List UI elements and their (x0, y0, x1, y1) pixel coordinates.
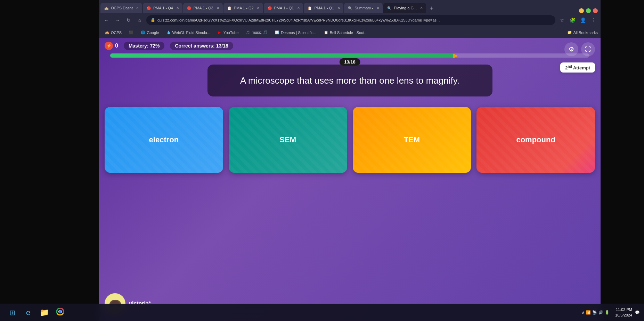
address-bar[interactable]: 🔒 quizizz.com/join/game/U2FsdGVkX1%252FX… (146, 15, 555, 25)
tab-close-pma1q4[interactable]: × (177, 6, 179, 10)
new-tab-button[interactable]: + (427, 3, 437, 13)
bookmark-ocps-label: OCPS (111, 31, 122, 35)
answer-button-c[interactable]: TEM (353, 107, 471, 173)
close-button[interactable] (593, 8, 598, 13)
folder-icon: 📁 (567, 30, 572, 35)
side-right-panel (601, 0, 644, 321)
bookmark-grid[interactable]: ⬛ (126, 29, 136, 36)
answer-button-d[interactable]: compound (476, 107, 595, 173)
answer-button-a[interactable]: electron (105, 107, 223, 173)
progress-arrow: ▶ (453, 52, 458, 59)
tab-close-pma1q1b[interactable]: × (337, 6, 340, 10)
extension-button[interactable]: 🧩 (568, 16, 577, 25)
tab-close-summary[interactable]: × (377, 6, 379, 10)
tab-bar: 🏫 OCPS Dasht × 🔴 PMA 1 - Q4 × 🔴 PMA 1 - … (99, 0, 601, 13)
bookmark-bell[interactable]: 📋 Bell Schedule - Sout... (321, 29, 370, 36)
tab-label-playing: Playing a G... (394, 6, 417, 10)
fullscreen-button[interactable]: ⛶ (581, 42, 595, 56)
all-bookmarks-button[interactable]: 📁 All Bookmarks (567, 30, 598, 35)
network-icon: 📶 (586, 310, 591, 315)
question-area: 13/18 A microscope that uses more than o… (99, 65, 601, 96)
tab-ocps[interactable]: 🏫 OCPS Dasht × (100, 3, 142, 13)
attempt-label: Attempt (573, 65, 590, 70)
grid-favicon: ⬛ (129, 30, 133, 35)
volume-icon[interactable]: 🔊 (598, 310, 603, 315)
tab-close-ocps[interactable]: × (136, 6, 139, 10)
bookmark-star-button[interactable]: ☆ (557, 16, 566, 25)
answer-text-c: TEM (404, 135, 420, 144)
profile-button[interactable]: 👤 (578, 16, 587, 25)
tab-favicon-pma1q2: 📋 (227, 6, 232, 10)
taskbar-files[interactable]: 📁 (37, 305, 51, 320)
minimize-button[interactable] (579, 8, 584, 13)
tab-favicon-summary: 🔍 (348, 6, 352, 10)
bookmark-ocps[interactable]: 🏫 OCPS (102, 29, 124, 36)
bookmark-music[interactable]: 🎵 music 🎵 (243, 29, 270, 36)
answer-button-b[interactable]: SEM (229, 107, 347, 173)
tab-label-pma1q3: PMA 1 - Q3 (194, 6, 213, 10)
tab-close-pma1q2[interactable]: × (257, 6, 260, 10)
tab-favicon-pma1q1b: 📋 (307, 6, 312, 10)
quizizz-game-area: ⚡ 0 Mastery: 72% Correct answers: 13/18 … (99, 38, 601, 321)
address-text: quizizz.com/join/game/U2FsdGVkX1%252FXQc… (157, 18, 440, 22)
tab-close-playing[interactable]: × (420, 6, 423, 10)
forward-button[interactable]: → (113, 16, 122, 25)
top-right-icons: ⚙ ⛶ (564, 42, 595, 56)
attempt-number: 2nd (565, 65, 572, 70)
bookmark-youtube[interactable]: ▶ YouTube (214, 29, 241, 36)
bookmark-webgl[interactable]: 💧 WebGL Fluid Simula... (163, 29, 213, 36)
files-icon: 📁 (40, 308, 49, 317)
taskbar-chrome[interactable] (53, 305, 67, 320)
settings-button[interactable]: ⚙ (564, 42, 578, 56)
taskbar-edge[interactable]: e (21, 305, 35, 320)
tab-summary[interactable]: 🔍 Summary - × (344, 3, 383, 13)
tab-pma1q1b[interactable]: 📋 PMA 1 - Q1 × (304, 3, 343, 13)
chevron-up-icon[interactable]: ∧ (582, 310, 585, 315)
tab-playing[interactable]: 🔍 Playing a G... × (383, 3, 426, 13)
score-icon: ⚡ (105, 42, 113, 50)
notification-icon[interactable]: 💬 (635, 310, 640, 315)
tab-pma1q2[interactable]: 📋 PMA 1 - Q2 × (223, 3, 263, 13)
start-button[interactable]: ⊞ (5, 305, 19, 320)
question-text: A microscope that uses more than one len… (224, 74, 476, 87)
progress-container: ▶ (105, 53, 595, 58)
menu-button[interactable]: ⋮ (589, 16, 598, 25)
bell-favicon: 📋 (324, 30, 328, 35)
tab-close-pma1q1a[interactable]: × (297, 6, 300, 10)
toolbar-icons: ☆ 🧩 👤 ⋮ (557, 16, 598, 25)
wifi-icon: 📡 (592, 310, 597, 315)
clock-time: 11:02 PM (615, 307, 632, 312)
tab-pma1q3[interactable]: 🔴 PMA 1 - Q3 × (183, 3, 223, 13)
maximize-button[interactable] (586, 8, 591, 13)
home-button[interactable]: ⌂ (135, 16, 144, 25)
back-button[interactable]: ← (102, 16, 111, 25)
bookmark-youtube-label: YouTube (223, 31, 238, 35)
taskbar-time-display[interactable]: 11:02 PM 10/5/2024 (615, 307, 632, 318)
fullscreen-icon: ⛶ (585, 46, 591, 53)
progress-bar-track: ▶ (110, 53, 589, 58)
battery-icon: 🔋 (605, 310, 610, 315)
settings-icon: ⚙ (569, 45, 574, 53)
bookmark-google[interactable]: 🌐 Google (138, 29, 162, 36)
tab-pma1q4[interactable]: 🔴 PMA 1 - Q4 × (143, 3, 182, 13)
tab-favicon-pma1q4: 🔴 (146, 6, 151, 10)
tab-label-pma1q4: PMA 1 - Q4 (153, 6, 173, 10)
attempt-badge: 2nd Attempt (560, 62, 595, 73)
bookmark-bell-label: Bell Schedule - Sout... (330, 31, 368, 35)
tab-close-pma1q3[interactable]: × (217, 6, 219, 10)
tab-pma1q1a[interactable]: 🔴 PMA 1 - Q1 × (264, 3, 303, 13)
google-favicon: 🌐 (140, 30, 145, 35)
side-left-panel (0, 0, 99, 321)
answer-text-d: compound (516, 135, 555, 144)
tab-label-summary: Summary - (354, 6, 373, 10)
bookmark-music-label: music 🎵 (252, 30, 268, 35)
reload-button[interactable]: ↻ (124, 16, 133, 25)
correct-badge: Correct answers: 13/18 (170, 42, 233, 50)
tab-label-pma1q1a: PMA 1 - Q1 (274, 6, 294, 10)
bookmark-desmos-label: Desmos | Scientific... (281, 31, 317, 35)
score-display: ⚡ 0 (105, 42, 118, 50)
bookmark-desmos[interactable]: 📊 Desmos | Scientific... (272, 29, 319, 36)
taskbar-right: ∧ 📶 📡 🔊 🔋 11:02 PM 10/5/2024 💬 (582, 307, 640, 318)
all-bookmarks-label: All Bookmarks (573, 31, 598, 35)
question-box: 13/18 A microscope that uses more than o… (207, 65, 492, 96)
